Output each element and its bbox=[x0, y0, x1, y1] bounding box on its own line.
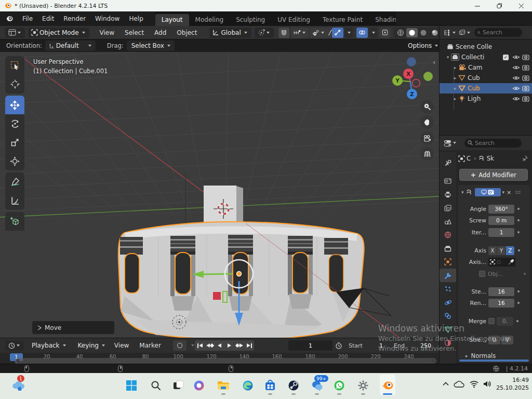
axis-z-button[interactable]: Z bbox=[506, 246, 514, 255]
eyedropper-icon[interactable] bbox=[508, 259, 514, 265]
jump-to-end-button[interactable] bbox=[244, 340, 254, 351]
options-dropdown[interactable]: Options bbox=[403, 41, 442, 51]
zoom-button[interactable] bbox=[420, 100, 434, 113]
start-frame-field[interactable]: Start 1 bbox=[344, 340, 387, 351]
outliner-search[interactable] bbox=[474, 28, 522, 37]
tool-scale[interactable] bbox=[5, 133, 24, 152]
mode-dropdown[interactable]: Object Mode bbox=[28, 28, 89, 38]
auto-keying-toggle[interactable] bbox=[173, 340, 187, 351]
show-gizmos-toggle[interactable] bbox=[332, 28, 343, 38]
orthographic-toggle-button[interactable] bbox=[420, 147, 434, 161]
expand-chevron-icon[interactable]: ▸ bbox=[452, 65, 458, 70]
outliner-filter-dropdown[interactable] bbox=[459, 30, 471, 36]
tab-particles[interactable] bbox=[440, 282, 456, 296]
disable-render-camera-icon[interactable] bbox=[522, 64, 529, 71]
iterations-field[interactable]: 1 bbox=[488, 228, 514, 237]
hide-eye-icon[interactable] bbox=[512, 64, 520, 71]
tab-modeling[interactable]: Modeling bbox=[189, 14, 230, 26]
overlays-dropdown[interactable] bbox=[369, 28, 377, 38]
tab-tool[interactable] bbox=[440, 156, 456, 170]
tool-move[interactable] bbox=[5, 96, 24, 114]
menu-view[interactable]: View bbox=[95, 29, 119, 36]
keying-menu[interactable]: Keying bbox=[73, 340, 109, 351]
properties-search-input[interactable] bbox=[475, 140, 511, 147]
taskbar-settings-button[interactable] bbox=[356, 378, 370, 393]
orientation-dropdown[interactable]: Default bbox=[45, 41, 96, 51]
taskbar-whatsapp-button[interactable] bbox=[332, 378, 347, 393]
tab-scene[interactable] bbox=[440, 215, 456, 228]
taskbar-blender-button[interactable] bbox=[380, 378, 395, 393]
tab-object-data[interactable] bbox=[440, 323, 456, 336]
tab-output[interactable] bbox=[440, 188, 456, 201]
show-overlays-toggle[interactable] bbox=[356, 28, 368, 38]
screw-field[interactable]: 0 m bbox=[488, 216, 514, 225]
outliner-display-mode-dropdown[interactable] bbox=[444, 30, 457, 36]
sidebar-collapse-arrow[interactable]: ‹ bbox=[433, 58, 435, 66]
outliner-row-cube-selected[interactable]: ▸ Cub bbox=[440, 83, 532, 94]
menu-file[interactable]: File bbox=[18, 13, 37, 24]
playback-menu[interactable]: Playback bbox=[27, 340, 70, 351]
transform-orientation-dropdown[interactable]: Global bbox=[209, 28, 251, 38]
hide-eye-icon[interactable] bbox=[512, 75, 520, 81]
gizmo-plane-handle-red[interactable] bbox=[213, 292, 221, 300]
tab-sculpting[interactable]: Sculpting bbox=[230, 14, 271, 26]
previous-keyframe-button[interactable] bbox=[205, 340, 215, 351]
timeline-editor-type-button[interactable] bbox=[5, 340, 24, 351]
tab-physics[interactable] bbox=[440, 296, 456, 309]
disable-render-camera-icon[interactable] bbox=[522, 85, 529, 91]
taskbar-steam-button[interactable] bbox=[286, 378, 301, 393]
collapse-chevron-icon[interactable]: ▾ bbox=[445, 55, 451, 60]
close-button[interactable] bbox=[510, 0, 532, 11]
visibility-dropdown[interactable] bbox=[310, 28, 327, 38]
axis-x-button[interactable]: X bbox=[488, 246, 497, 255]
tab-layout[interactable]: Layout bbox=[155, 14, 189, 26]
xray-toggle[interactable] bbox=[379, 28, 391, 38]
menu-edit[interactable]: Edit bbox=[37, 13, 59, 24]
snap-target-dropdown[interactable] bbox=[291, 28, 309, 38]
tool-measure[interactable] bbox=[5, 191, 24, 210]
operator-panel-move[interactable]: Move bbox=[32, 321, 114, 334]
menu-render[interactable]: Render bbox=[59, 13, 90, 24]
menu-select[interactable]: Select bbox=[119, 29, 149, 36]
tab-world[interactable] bbox=[440, 228, 456, 242]
breadcrumb-object[interactable]: C bbox=[467, 155, 471, 162]
tab-constraints[interactable] bbox=[440, 309, 456, 323]
tray-chevron-up-icon[interactable] bbox=[443, 382, 449, 386]
animate-dot[interactable] bbox=[524, 273, 526, 275]
pin-icon[interactable] bbox=[522, 155, 528, 162]
drag-dropdown[interactable]: Select Box bbox=[127, 41, 175, 51]
tab-object[interactable] bbox=[440, 255, 456, 269]
stretch-u-button[interactable]: U bbox=[488, 336, 500, 344]
disable-render-camera-icon[interactable] bbox=[522, 96, 529, 102]
shading-solid-button[interactable] bbox=[406, 28, 418, 37]
menu-object[interactable]: Object bbox=[171, 29, 202, 36]
shading-material-button[interactable] bbox=[418, 28, 429, 37]
tab-render[interactable] bbox=[440, 174, 456, 188]
axis-y-button[interactable]: Y bbox=[497, 246, 506, 255]
play-reverse-button[interactable] bbox=[215, 340, 224, 351]
modifier-name-field[interactable] bbox=[475, 188, 501, 196]
tool-add-cube[interactable] bbox=[5, 212, 24, 231]
taskbar-file-explorer-button[interactable] bbox=[216, 378, 231, 393]
menu-add[interactable]: Add bbox=[149, 29, 171, 36]
properties-editor-type-button[interactable] bbox=[444, 140, 457, 147]
next-keyframe-button[interactable] bbox=[234, 340, 244, 351]
add-modifier-button[interactable]: Add Modifier bbox=[459, 169, 528, 181]
snap-toggle[interactable] bbox=[278, 28, 289, 38]
drag-handle-icon[interactable] bbox=[515, 191, 521, 194]
wifi-icon[interactable] bbox=[470, 381, 478, 388]
stretch-v-button[interactable]: V bbox=[501, 336, 513, 344]
collapse-chevron-icon[interactable]: ▾ bbox=[461, 190, 464, 195]
animate-dot[interactable] bbox=[517, 208, 520, 210]
navigation-gizmo[interactable]: X Y Z bbox=[387, 55, 436, 104]
tab-collection[interactable] bbox=[440, 242, 456, 255]
disable-render-camera-icon[interactable] bbox=[522, 75, 529, 81]
tool-annotate[interactable] bbox=[5, 172, 24, 191]
taskbar-store-button[interactable] bbox=[263, 378, 277, 393]
tab-texture-paint[interactable]: Texture Paint bbox=[316, 14, 369, 26]
play-button[interactable] bbox=[224, 340, 234, 351]
outliner-row-cube[interactable]: ▸ Cub bbox=[440, 73, 532, 83]
tool-cursor[interactable] bbox=[5, 75, 24, 94]
steps-field[interactable]: 16 bbox=[488, 287, 514, 296]
minimize-button[interactable] bbox=[467, 0, 488, 11]
